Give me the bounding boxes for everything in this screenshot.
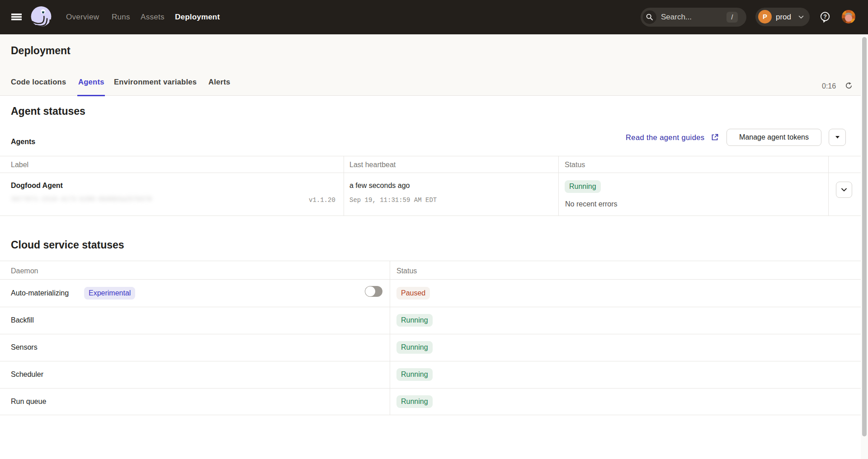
svg-text:?: ? xyxy=(823,14,827,20)
